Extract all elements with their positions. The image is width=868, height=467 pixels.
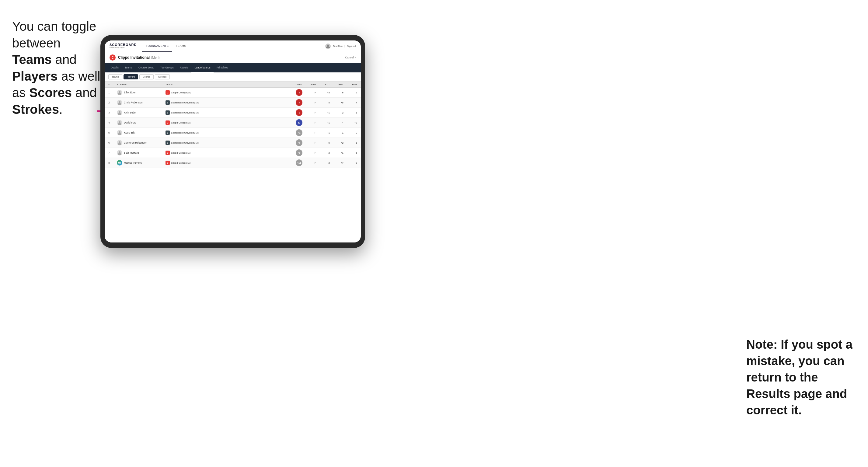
- user-label: Test User |: [333, 45, 345, 48]
- col-player: PLAYER: [117, 83, 165, 86]
- tournament-header: C Clippd Invitational (Men) Cancel ×: [105, 52, 361, 63]
- col-rd3: RD3: [343, 83, 357, 86]
- leaderboard-table: # PLAYER TEAM TOTAL THRU RD1 RD2 RD3 1 E…: [105, 82, 361, 243]
- avatar: [117, 90, 122, 95]
- rd1-cell: +1: [316, 111, 330, 114]
- avatar: MT: [117, 160, 122, 165]
- team-logo: S: [165, 130, 170, 135]
- score-col: E: [287, 119, 302, 126]
- team-name: Clippd College [A]: [171, 91, 190, 94]
- score-col: +9: [287, 149, 302, 156]
- team-name: Scoreboard University [A]: [171, 111, 199, 114]
- sign-out-link[interactable]: Sign out: [347, 45, 356, 48]
- score-badge: +1: [296, 129, 302, 136]
- rd1-cell: +2: [316, 152, 330, 154]
- sub-tab-teams[interactable]: Teams: [108, 74, 122, 80]
- team-logo: S: [165, 111, 170, 115]
- rd2-cell: -2: [330, 111, 343, 114]
- sub-tab-players[interactable]: Players: [124, 74, 138, 80]
- tab-details[interactable]: Details: [108, 63, 122, 72]
- rank-cell: 3: [108, 111, 117, 114]
- left-annotation: You can toggle between Teams and Players…: [12, 18, 100, 118]
- rd2-cell: +5: [330, 101, 343, 104]
- rd1-cell: -5: [316, 101, 330, 104]
- tabs-bar: Details Teams Course Setup Tee Groups Re…: [105, 63, 361, 72]
- team-name: Scoreboard University [A]: [171, 131, 199, 134]
- header-right: Test User | Sign out: [325, 43, 356, 49]
- avatar: [117, 130, 122, 135]
- table-row: 2 Chris Robertson S Scoreboard Universit…: [105, 98, 361, 108]
- tab-results[interactable]: Results: [177, 63, 191, 72]
- table-header: # PLAYER TEAM TOTAL THRU RD1 RD2 RD3: [105, 82, 361, 88]
- tournament-logo: C: [110, 55, 116, 61]
- table-body: 1 Elliot Ebert C Clippd College [A] -8 F…: [105, 88, 361, 168]
- sub-tab-strokes[interactable]: Strokes: [155, 74, 170, 80]
- col-total: TOTAL: [287, 83, 302, 86]
- col-rd2: RD2: [330, 83, 343, 86]
- player-name: Marcus Turners: [124, 161, 142, 164]
- rd3-cell: +6: [343, 152, 357, 154]
- avatar: [117, 100, 122, 105]
- score-col: -4: [287, 99, 302, 106]
- score-col: +11: [287, 159, 302, 166]
- score-col: -8: [287, 89, 302, 96]
- team-name: Clippd College [A]: [171, 121, 190, 124]
- tab-tee-groups[interactable]: Tee Groups: [157, 63, 177, 72]
- table-row: 5 Rees Britt S Scoreboard University [A]…: [105, 128, 361, 138]
- table-row: 7 Blair McHarg C Clippd College [A] +9 F…: [105, 148, 361, 158]
- avatar: [117, 150, 122, 155]
- rank-cell: 8: [108, 161, 117, 164]
- player-name-cell: Cameron Robertson: [117, 140, 165, 146]
- player-name: Rich Butler: [124, 111, 136, 114]
- tab-leaderboards[interactable]: Leaderboards: [191, 63, 213, 72]
- team-cell: C Clippd College [A]: [165, 161, 232, 165]
- team-cell: S Scoreboard University [A]: [165, 130, 232, 135]
- team-name: Clippd College [A]: [171, 152, 190, 154]
- score-badge: -8: [296, 89, 302, 96]
- scoreboard-logo: SCOREBOARD Powered by clippd: [110, 43, 136, 49]
- sub-tab-scores[interactable]: Scores: [140, 74, 154, 80]
- rd3-cell: +3: [343, 121, 357, 124]
- player-name: Elliot Ebert: [124, 91, 136, 94]
- svg-point-3: [119, 101, 121, 103]
- nav-teams[interactable]: TEAMS: [172, 40, 190, 52]
- thru-cell: F: [302, 152, 316, 154]
- team-name: Clippd College [A]: [171, 161, 190, 164]
- rd2-cell: E: [330, 131, 343, 134]
- app-header: SCOREBOARD Powered by clippd TOURNAMENTS…: [105, 40, 361, 52]
- team-name: Scoreboard University [A]: [171, 101, 199, 104]
- thru-cell: F: [302, 142, 316, 144]
- logo-title: SCOREBOARD: [110, 43, 136, 46]
- rd3-cell: -5: [343, 91, 357, 94]
- rd2-cell: +1: [330, 152, 343, 154]
- thru-cell: F: [302, 101, 316, 104]
- table-row: 4 David Ford C Clippd College [A] E F +1…: [105, 118, 361, 128]
- tab-course-setup[interactable]: Course Setup: [135, 63, 157, 72]
- rd2-cell: -6: [330, 91, 343, 94]
- rd1-cell: +1: [316, 131, 330, 134]
- team-logo: S: [165, 100, 170, 105]
- cancel-button[interactable]: Cancel ×: [345, 56, 356, 59]
- avatar: [117, 140, 122, 146]
- tab-printables[interactable]: Printables: [214, 63, 231, 72]
- col-thru: THRU: [302, 83, 316, 86]
- nav-tournaments[interactable]: TOURNAMENTS: [142, 40, 172, 52]
- player-name: David Ford: [124, 121, 136, 124]
- rd3-cell: +2: [343, 161, 357, 164]
- score-badge: -2: [296, 109, 302, 116]
- user-avatar: [325, 43, 331, 49]
- thru-cell: F: [302, 161, 316, 164]
- svg-point-8: [119, 151, 121, 153]
- player-name-cell: Chris Robertson: [117, 100, 165, 105]
- ipad-screen: SCOREBOARD Powered by clippd TOURNAMENTS…: [105, 40, 361, 243]
- thru-cell: F: [302, 121, 316, 124]
- table-row: 1 Elliot Ebert C Clippd College [A] -8 F…: [105, 88, 361, 98]
- sub-tabs: Teams Players Scores Strokes: [105, 72, 361, 82]
- tab-teams[interactable]: Teams: [122, 63, 135, 72]
- team-cell: C Clippd College [A]: [165, 121, 232, 125]
- tournament-title: Clippd Invitational: [118, 55, 150, 60]
- score-badge: +9: [296, 149, 302, 156]
- team-cell: S Scoreboard University [A]: [165, 100, 232, 105]
- team-logo: C: [165, 121, 170, 125]
- rank-cell: 7: [108, 151, 117, 154]
